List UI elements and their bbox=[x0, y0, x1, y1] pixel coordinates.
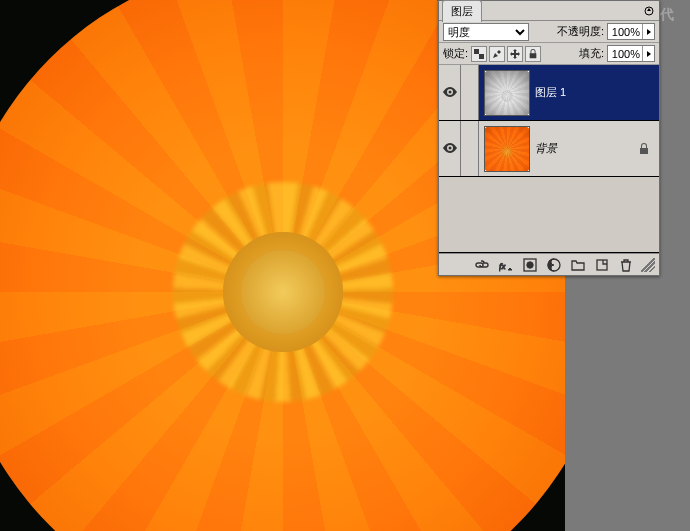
lock-label: 锁定: bbox=[443, 46, 468, 61]
layers-panel: 图层 明度 不透明度: 锁定: bbox=[438, 0, 660, 276]
svg-point-3 bbox=[448, 90, 451, 93]
chevron-right-icon bbox=[646, 29, 652, 35]
move-icon bbox=[510, 49, 520, 59]
lock-position-button[interactable] bbox=[507, 46, 523, 62]
thumbnail-gray-flower bbox=[484, 70, 530, 116]
layer-list: 图层 1 背景 bbox=[439, 65, 659, 253]
svg-rect-2 bbox=[479, 54, 484, 59]
new-page-icon bbox=[595, 258, 609, 272]
layer-row[interactable]: 图层 1 bbox=[439, 65, 659, 121]
link-column[interactable] bbox=[461, 65, 479, 120]
chevron-right-icon bbox=[646, 51, 652, 57]
layer-mask-button[interactable] bbox=[519, 256, 541, 274]
lock-transparent-button[interactable] bbox=[471, 46, 487, 62]
svg-point-7 bbox=[527, 261, 533, 267]
checker-icon bbox=[474, 49, 484, 59]
eye-icon bbox=[443, 87, 457, 99]
svg-text:fx: fx bbox=[499, 261, 506, 271]
lock-indicator-icon bbox=[635, 143, 653, 155]
fx-icon: fx bbox=[499, 258, 513, 272]
panel-menu-button[interactable] bbox=[641, 3, 657, 19]
resize-grip[interactable] bbox=[641, 258, 655, 272]
fill-arrow[interactable] bbox=[642, 46, 654, 61]
trash-icon bbox=[619, 258, 633, 272]
tab-layers-label: 图层 bbox=[451, 5, 473, 17]
folder-icon bbox=[571, 258, 585, 272]
link-column[interactable] bbox=[461, 121, 479, 176]
lock-pixels-button[interactable] bbox=[489, 46, 505, 62]
panel-header: 图层 bbox=[439, 1, 659, 21]
delete-layer-button[interactable] bbox=[615, 256, 637, 274]
mask-icon bbox=[523, 258, 537, 272]
layer-fx-button[interactable]: fx bbox=[495, 256, 517, 274]
lock-all-button[interactable] bbox=[525, 46, 541, 62]
opacity-arrow[interactable] bbox=[642, 24, 654, 39]
visibility-toggle[interactable] bbox=[439, 65, 461, 120]
lock-icons-group bbox=[471, 46, 541, 62]
layer-row[interactable]: 背景 bbox=[439, 121, 659, 177]
brush-icon bbox=[492, 49, 502, 59]
panel-footer: fx bbox=[439, 253, 659, 275]
lock-icon bbox=[528, 49, 538, 59]
opacity-input[interactable] bbox=[608, 26, 642, 38]
fill-input[interactable] bbox=[608, 48, 642, 60]
layer-thumbnail[interactable] bbox=[484, 126, 530, 172]
svg-rect-1 bbox=[474, 49, 479, 54]
blend-opacity-row: 明度 不透明度: bbox=[439, 21, 659, 43]
visibility-toggle[interactable] bbox=[439, 121, 461, 176]
tab-layers[interactable]: 图层 bbox=[442, 0, 482, 22]
opacity-field bbox=[607, 23, 655, 40]
yin-yang-icon bbox=[547, 258, 561, 272]
eye-icon bbox=[443, 143, 457, 155]
fill-field bbox=[607, 45, 655, 62]
svg-rect-9 bbox=[597, 260, 607, 270]
new-group-button[interactable] bbox=[567, 256, 589, 274]
adjustment-layer-button[interactable] bbox=[543, 256, 565, 274]
svg-point-4 bbox=[448, 146, 451, 149]
layer-list-empty-area[interactable] bbox=[439, 177, 659, 253]
opacity-label: 不透明度: bbox=[557, 24, 604, 39]
lock-fill-row: 锁定: 填充: bbox=[439, 43, 659, 65]
blend-mode-select[interactable]: 明度 bbox=[443, 23, 529, 41]
new-layer-button[interactable] bbox=[591, 256, 613, 274]
layer-thumbnail[interactable] bbox=[484, 70, 530, 116]
layer-name-label[interactable]: 背景 bbox=[535, 141, 635, 156]
link-layers-button[interactable] bbox=[471, 256, 493, 274]
fill-label: 填充: bbox=[579, 46, 604, 61]
layer-name-label[interactable]: 图层 1 bbox=[535, 85, 659, 100]
panel-menu-icon bbox=[644, 6, 654, 16]
link-icon bbox=[475, 258, 489, 272]
thumbnail-color-flower bbox=[484, 126, 530, 172]
